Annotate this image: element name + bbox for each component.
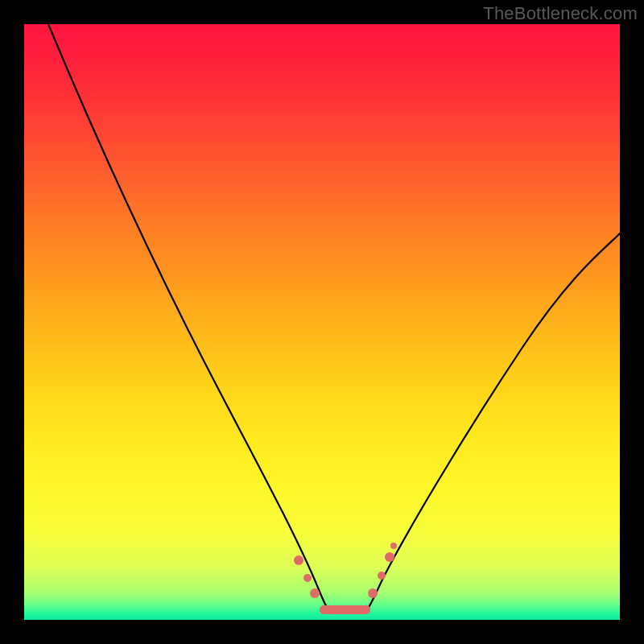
floor-marker-bar: [320, 605, 370, 614]
plot-area: [24, 24, 620, 620]
marker-left-3: [310, 588, 320, 598]
left-curve-path: [48, 24, 328, 610]
chart-frame: TheBottleneck.com: [0, 0, 644, 644]
marker-left-2: [303, 574, 312, 582]
marker-right-2: [378, 572, 386, 580]
marker-left-1: [294, 555, 303, 565]
marker-right-1: [368, 588, 378, 598]
marker-right-4: [390, 543, 397, 549]
curve-svg: [24, 24, 620, 620]
right-curve-path: [367, 233, 620, 610]
watermark-text: TheBottleneck.com: [483, 3, 638, 24]
marker-right-3: [385, 552, 394, 562]
